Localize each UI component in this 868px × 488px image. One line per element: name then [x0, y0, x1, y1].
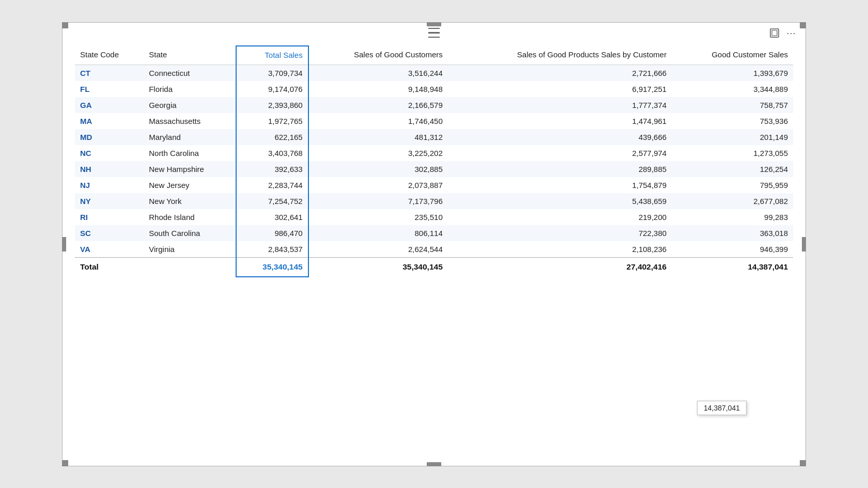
- cell-good-customer-sales: 753,936: [672, 113, 793, 129]
- cell-good-customer-sales: 2,677,082: [672, 193, 793, 209]
- table-row: NJNew Jersey2,283,7442,073,8871,754,8797…: [75, 177, 793, 193]
- tooltip: 14,387,041: [697, 401, 747, 415]
- cell-total-sales: 7,254,752: [236, 193, 308, 209]
- cell-good-customer-sales: 795,959: [672, 177, 793, 193]
- cell-good-customer-sales: 946,399: [672, 241, 793, 258]
- cell-good-customer-sales: 126,254: [672, 161, 793, 177]
- table-row: RIRhode Island302,641235,510219,20099,28…: [75, 209, 793, 225]
- cell-state: Florida: [144, 81, 236, 97]
- cell-total-sales: 9,174,076: [236, 81, 308, 97]
- cell-sales-good-products: 1,777,374: [448, 97, 672, 113]
- cell-state: Massachusetts: [144, 113, 236, 129]
- cell-total-sales: 3,709,734: [236, 65, 308, 81]
- cell-sales-good-customers: 2,166,579: [308, 97, 448, 113]
- cell-state-code: NH: [75, 161, 144, 177]
- cell-sales-good-customers: 2,624,544: [308, 241, 448, 258]
- cell-good-customer-sales: 201,149: [672, 129, 793, 145]
- cell-state: South Carolina: [144, 225, 236, 241]
- col-header-sales-good-customers[interactable]: Sales of Good Customers: [308, 46, 448, 65]
- cell-sales-good-products: 439,666: [448, 129, 672, 145]
- cell-good-customer-sales: 3,344,889: [672, 81, 793, 97]
- col-header-sales-good-products[interactable]: Sales of Good Products Sales by Customer: [448, 46, 672, 65]
- cell-total-sales: 622,165: [236, 129, 308, 145]
- table-row: VAVirginia2,843,5372,624,5442,108,236946…: [75, 241, 793, 258]
- cell-state: Connecticut: [144, 65, 236, 81]
- cell-sales-good-products: 2,577,974: [448, 145, 672, 161]
- total-sales-good-customers: 35,340,145: [308, 257, 448, 277]
- cell-state-code: NC: [75, 145, 144, 161]
- cell-sales-good-customers: 9,148,948: [308, 81, 448, 97]
- toolbar-right: ⋯: [768, 27, 797, 39]
- cell-sales-good-products: 1,754,879: [448, 177, 672, 193]
- cell-state: Georgia: [144, 97, 236, 113]
- col-header-total-sales[interactable]: Total Sales: [236, 46, 308, 65]
- cell-sales-good-products: 6,917,251: [448, 81, 672, 97]
- cell-sales-good-customers: 806,114: [308, 225, 448, 241]
- cell-state: North Carolina: [144, 145, 236, 161]
- cell-total-sales: 986,470: [236, 225, 308, 241]
- cell-state-code: NY: [75, 193, 144, 209]
- cell-good-customer-sales: 1,273,055: [672, 145, 793, 161]
- cell-sales-good-products: 2,721,666: [448, 65, 672, 81]
- cell-sales-good-products: 5,438,659: [448, 193, 672, 209]
- cell-total-sales: 392,633: [236, 161, 308, 177]
- cell-total-sales: 2,393,860: [236, 97, 308, 113]
- cell-sales-good-customers: 235,510: [308, 209, 448, 225]
- cell-state: Maryland: [144, 129, 236, 145]
- svg-rect-1: [772, 30, 777, 36]
- cell-state: Rhode Island: [144, 209, 236, 225]
- cell-sales-good-products: 1,474,961: [448, 113, 672, 129]
- table-row: CTConnecticut3,709,7343,516,2442,721,666…: [75, 65, 793, 81]
- total-label: Total: [75, 257, 236, 277]
- resize-handle-right[interactable]: [802, 237, 806, 251]
- cell-state: New York: [144, 193, 236, 209]
- cell-total-sales: 3,403,768: [236, 145, 308, 161]
- hamburger-menu-button[interactable]: [428, 26, 440, 40]
- total-total-sales: 35,340,145: [236, 257, 308, 277]
- table-row: NCNorth Carolina3,403,7683,225,2022,577,…: [75, 145, 793, 161]
- resize-handle-br[interactable]: [800, 460, 806, 466]
- col-header-state-code[interactable]: State Code: [75, 46, 144, 65]
- data-table-container: State Code State Total Sales Sales of Go…: [75, 45, 793, 445]
- cell-good-customer-sales: 758,757: [672, 97, 793, 113]
- resize-handle-bl[interactable]: [62, 460, 68, 466]
- main-panel: ⋯ State Code State Total Sales Sales of …: [62, 22, 806, 466]
- toolbar: ⋯: [63, 23, 805, 43]
- resize-handle-left[interactable]: [62, 237, 66, 251]
- resize-handle-bottom[interactable]: [427, 462, 441, 466]
- cell-good-customer-sales: 363,018: [672, 225, 793, 241]
- col-header-state[interactable]: State: [144, 46, 236, 65]
- cell-state-code: RI: [75, 209, 144, 225]
- cell-state-code: CT: [75, 65, 144, 81]
- cell-total-sales: 2,843,537: [236, 241, 308, 258]
- cell-sales-good-customers: 302,885: [308, 161, 448, 177]
- cell-sales-good-customers: 1,746,450: [308, 113, 448, 129]
- cell-total-sales: 2,283,744: [236, 177, 308, 193]
- cell-state: New Jersey: [144, 177, 236, 193]
- cell-sales-good-products: 2,108,236: [448, 241, 672, 258]
- cell-state: Virginia: [144, 241, 236, 258]
- cell-state-code: FL: [75, 81, 144, 97]
- table-row: GAGeorgia2,393,8602,166,5791,777,374758,…: [75, 97, 793, 113]
- table-row: FLFlorida9,174,0769,148,9486,917,2513,34…: [75, 81, 793, 97]
- cell-state-code: NJ: [75, 177, 144, 193]
- total-good-customer-sales: 14,387,041: [672, 257, 793, 277]
- col-header-good-customer-sales[interactable]: Good Customer Sales: [672, 46, 793, 65]
- cell-state-code: GA: [75, 97, 144, 113]
- cell-state-code: SC: [75, 225, 144, 241]
- expand-icon[interactable]: [768, 27, 781, 39]
- cell-total-sales: 302,641: [236, 209, 308, 225]
- sales-table: State Code State Total Sales Sales of Go…: [75, 45, 793, 277]
- cell-state-code: MA: [75, 113, 144, 129]
- table-header-row: State Code State Total Sales Sales of Go…: [75, 46, 793, 65]
- cell-sales-good-products: 722,380: [448, 225, 672, 241]
- table-row: NHNew Hampshire392,633302,885289,885126,…: [75, 161, 793, 177]
- table-total-row: Total 35,340,145 35,340,145 27,402,416 1…: [75, 257, 793, 277]
- more-options-icon[interactable]: ⋯: [785, 27, 797, 39]
- cell-state: New Hampshire: [144, 161, 236, 177]
- cell-good-customer-sales: 99,283: [672, 209, 793, 225]
- cell-sales-good-customers: 481,312: [308, 129, 448, 145]
- cell-sales-good-products: 219,200: [448, 209, 672, 225]
- table-row: SCSouth Carolina986,470806,114722,380363…: [75, 225, 793, 241]
- cell-sales-good-customers: 3,516,244: [308, 65, 448, 81]
